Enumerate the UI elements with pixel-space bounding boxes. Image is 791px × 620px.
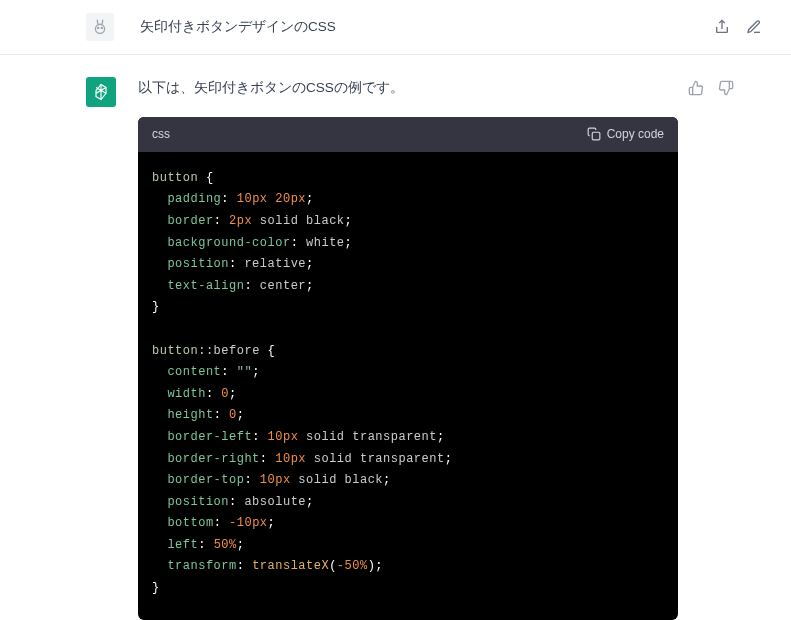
rabbit-icon [89,16,111,38]
openai-icon [91,82,111,102]
edit-icon[interactable] [745,18,763,36]
header-actions [713,18,763,36]
assistant-message: 以下は、矢印付きボタンのCSSの例です。 css Copy code butto… [0,55,791,620]
user-avatar [86,13,114,41]
message-content: 以下は、矢印付きボタンのCSSの例です。 css Copy code butto… [138,77,678,620]
share-icon[interactable] [713,18,731,36]
intro-paragraph: 以下は、矢印付きボタンのCSSの例です。 [138,77,678,99]
main-content: AIPRM AIPRM 以下は、矢印付きボタンのCSSの例です。 css [0,55,791,620]
conversation-header: 矢印付きボタンデザインのCSS [0,0,791,55]
svg-point-2 [101,27,102,28]
feedback-actions [687,79,735,97]
copy-code-button[interactable]: Copy code [587,125,664,144]
thumbs-down-icon[interactable] [717,79,735,97]
code-header: css Copy code [138,117,678,152]
code-block: css Copy code button { padding: 10px 20p… [138,117,678,620]
assistant-avatar [86,77,116,107]
code-content[interactable]: button { padding: 10px 20px; border: 2px… [138,152,678,620]
copy-code-label: Copy code [607,125,664,144]
code-language-label: css [152,125,170,144]
svg-rect-3 [592,132,600,140]
thumbs-up-icon[interactable] [687,79,705,97]
svg-point-0 [95,24,104,33]
svg-point-1 [98,27,99,28]
clipboard-icon [587,127,601,141]
conversation-title: 矢印付きボタンデザインのCSS [140,16,336,38]
